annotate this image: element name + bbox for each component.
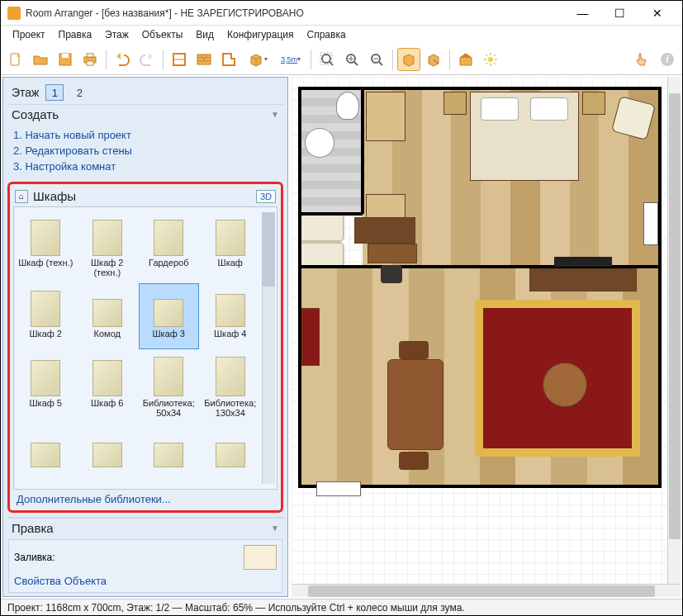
wardrobe-1[interactable]: [366, 92, 406, 141]
library-item[interactable]: Шкаф 3: [139, 283, 199, 349]
create-room-settings-link[interactable]: 3. Настройка комнат: [13, 159, 277, 174]
fill-swatch[interactable]: [244, 545, 277, 570]
info-button[interactable]: i: [656, 48, 679, 71]
statusbar: Проект: 1168cm x 700cm, Этаж: 1/2 — Масш…: [1, 599, 682, 615]
open-button[interactable]: [29, 48, 52, 71]
save-button[interactable]: [54, 48, 77, 71]
library-item[interactable]: Шкаф 2 (техн.): [78, 212, 138, 280]
library-item-label: Шкаф (техн.): [18, 258, 73, 276]
svg-rect-4: [87, 54, 93, 57]
chevron-down-icon: ▾: [297, 55, 301, 63]
tv[interactable]: [554, 257, 612, 267]
nightstand-2[interactable]: [582, 92, 605, 115]
library-item[interactable]: Библиотека; 50x34: [139, 353, 199, 420]
chair-1[interactable]: [399, 341, 429, 359]
create-new-project-link[interactable]: 1. Начать новый проект: [13, 127, 277, 143]
maximize-button[interactable]: ☐: [601, 2, 638, 25]
library-3d-button[interactable]: 3D: [256, 190, 276, 203]
library-item-label: Шкаф 5: [30, 398, 62, 416]
canvas-area: [292, 77, 681, 597]
library-item[interactable]: Шкаф (техн.): [16, 212, 76, 280]
chevron-down-icon: ▾: [264, 55, 268, 63]
vertical-scrollbar[interactable]: [667, 77, 681, 584]
create-section-header[interactable]: Создать ▼: [7, 104, 284, 124]
render-button[interactable]: [479, 48, 502, 71]
library-item[interactable]: [201, 424, 261, 484]
move-wall-button[interactable]: [422, 48, 445, 71]
menu-edit[interactable]: Правка: [52, 27, 99, 42]
library-item[interactable]: [139, 424, 199, 484]
bed-object[interactable]: [470, 92, 579, 181]
door-1[interactable]: [316, 481, 361, 496]
chair-2[interactable]: [399, 452, 429, 470]
desk-chair[interactable]: [381, 265, 402, 283]
library-item[interactable]: Шкаф 4: [201, 283, 261, 349]
menu-project[interactable]: Проект: [6, 27, 52, 42]
chevron-down-icon: ▼: [271, 110, 279, 119]
svg-line-32: [494, 54, 496, 56]
print-button[interactable]: [78, 48, 102, 71]
dresser[interactable]: [354, 217, 415, 244]
svg-rect-2: [62, 54, 69, 58]
new-project-button[interactable]: [4, 48, 27, 71]
select-tool-button[interactable]: [397, 48, 420, 71]
svg-line-29: [486, 54, 487, 56]
zoom-in-button[interactable]: [340, 48, 363, 71]
walls-button[interactable]: [168, 48, 191, 71]
zoom-out-button[interactable]: [365, 48, 388, 71]
house-3d-button[interactable]: [454, 48, 477, 71]
library-item[interactable]: Шкаф 2: [16, 283, 76, 349]
nightstand-1[interactable]: [443, 92, 467, 115]
sink-object[interactable]: [305, 128, 334, 158]
app-icon: [7, 7, 21, 20]
library-scrollbar[interactable]: [262, 212, 275, 484]
library-item[interactable]: Гардероб: [139, 212, 199, 280]
edit-section-header[interactable]: Правка ▼: [7, 518, 284, 538]
home-icon[interactable]: ⌂: [15, 190, 28, 203]
dimension-button[interactable]: 3,5m▾: [275, 48, 306, 71]
desk[interactable]: [368, 244, 417, 263]
toilet-object[interactable]: [336, 92, 359, 120]
menu-config[interactable]: Конфигурация: [221, 27, 301, 42]
status-text: Проект: 1168cm x 700cm, Этаж: 1/2 — Масш…: [7, 602, 465, 614]
zoom-fit-button[interactable]: [315, 48, 339, 71]
floor-1-button[interactable]: 1: [45, 84, 64, 101]
menubar: Проект Правка Этаж Объекты Вид Конфигура…: [1, 26, 682, 44]
bookshelf[interactable]: [301, 308, 320, 366]
menu-objects[interactable]: Объекты: [135, 27, 190, 42]
touch-mode-button[interactable]: [629, 48, 652, 71]
brick-wall-button[interactable]: [192, 48, 216, 71]
undo-button[interactable]: [111, 48, 134, 71]
menu-floor[interactable]: Этаж: [98, 27, 135, 42]
horizontal-scrollbar[interactable]: [292, 584, 681, 597]
dining-table[interactable]: [387, 359, 443, 450]
door-2[interactable]: [643, 202, 658, 245]
minimize-button[interactable]: —: [564, 2, 601, 25]
create-edit-walls-link[interactable]: 2. Редактировать стены: [13, 143, 277, 159]
menu-help[interactable]: Справка: [301, 27, 353, 42]
svg-point-14: [322, 54, 330, 63]
svg-line-18: [354, 62, 358, 65]
close-button[interactable]: ✕: [638, 2, 676, 25]
menu-view[interactable]: Вид: [189, 27, 221, 42]
library-title: Шкафы: [33, 189, 76, 203]
library-item[interactable]: Библиотека; 130x34: [201, 353, 261, 420]
library-item[interactable]: [16, 424, 76, 484]
library-item[interactable]: Шкаф 5: [16, 353, 76, 420]
floor-label: Этаж: [12, 86, 39, 99]
tv-stand[interactable]: [529, 268, 637, 291]
box-object-button[interactable]: ▾: [242, 48, 273, 71]
more-libraries-link[interactable]: Дополнительные библиотеки...: [17, 493, 171, 505]
svg-line-22: [379, 62, 382, 65]
library-item[interactable]: [78, 424, 138, 484]
coffee-table[interactable]: [543, 362, 587, 407]
floor-plan-canvas[interactable]: [292, 77, 667, 584]
object-properties-link[interactable]: Свойства Объекта: [14, 570, 277, 587]
library-item[interactable]: Комод: [78, 283, 138, 349]
library-item[interactable]: Шкаф: [201, 212, 261, 280]
library-item-label: Шкаф 4: [214, 329, 246, 347]
redo-button[interactable]: [135, 48, 159, 71]
library-item[interactable]: Шкаф 6: [78, 353, 138, 420]
room-shape-button[interactable]: [217, 48, 240, 71]
floor-2-button[interactable]: 2: [70, 84, 88, 101]
